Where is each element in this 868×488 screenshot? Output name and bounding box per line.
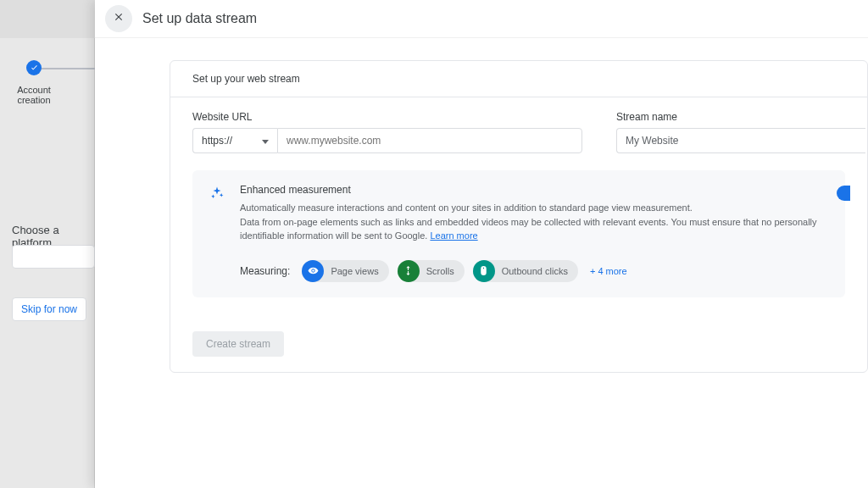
card-body: Website URL https:// Stream name [170,97,867,316]
close-button[interactable] [105,5,132,32]
website-url-input[interactable] [277,128,582,153]
stream-name-col: Stream name [616,111,865,153]
enhanced-desc-line2: Data from on-page elements such as links… [240,217,817,241]
stepper-line [34,68,95,69]
stream-name-label: Stream name [616,111,865,123]
card-subtitle: Set up your web stream [170,61,867,97]
measuring-label: Measuring: [240,265,290,277]
stream-name-input[interactable] [616,128,865,153]
caret-down-icon [262,135,269,147]
enhanced-title: Enhanced measurement [240,184,828,196]
step-label: Account creation [0,85,68,105]
sparkle-icon [209,186,225,282]
background-stepper: Account creation Choose a platform Skip … [0,0,95,488]
measuring-row: Measuring: Page views Scrolls [240,260,828,282]
protocol-value: https:// [202,135,232,147]
mouse-icon [473,260,495,282]
close-icon [113,11,125,26]
enhanced-desc-line1: Automatically measure interactions and c… [240,202,693,213]
enhanced-measurement-box: Enhanced measurement Automatically measu… [192,170,845,297]
skip-button[interactable]: Skip for now [12,297,86,321]
inputs-row: Website URL https:// Stream name [192,111,845,153]
panel-header: Set up data stream [95,0,868,38]
eye-icon [302,260,324,282]
pill-label: Outbound clicks [502,266,568,276]
pill-label: Scrolls [426,266,454,276]
pill-page-views: Page views [302,260,388,282]
step-complete-icon [26,60,42,75]
web-stream-card: Set up your web stream Website URL https… [170,60,868,373]
url-field-col: Website URL https:// [192,111,582,153]
protocol-select[interactable]: https:// [192,128,277,153]
enhanced-content: Enhanced measurement Automatically measu… [240,184,828,282]
scroll-icon [398,260,420,282]
learn-more-link[interactable]: Learn more [430,230,477,241]
enhanced-toggle[interactable] [837,186,850,201]
pill-outbound-clicks: Outbound clicks [473,260,578,282]
setup-stream-panel: Set up data stream Set up your web strea… [95,0,868,488]
enhanced-description: Automatically measure interactions and c… [240,201,828,243]
background-topbar [0,0,95,38]
more-measurements-link[interactable]: + 4 more [590,266,627,276]
url-input-group: https:// [192,128,582,153]
create-stream-button[interactable]: Create stream [192,331,284,357]
pill-scrolls: Scrolls [398,260,465,282]
pill-label: Page views [331,266,378,276]
url-label: Website URL [192,111,582,123]
panel-title: Set up data stream [142,11,257,26]
background-field [12,245,95,269]
